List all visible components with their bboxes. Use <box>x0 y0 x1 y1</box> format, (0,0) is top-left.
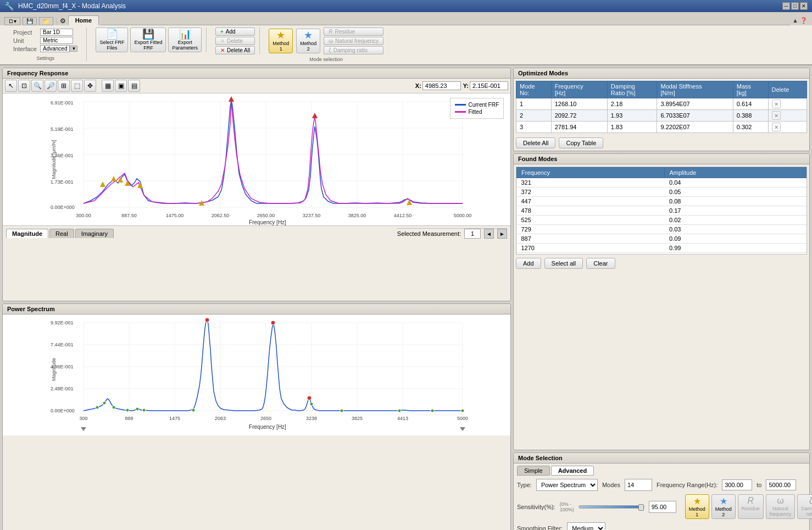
cell-stiffness: 3.8954E07 <box>657 98 733 110</box>
pan-tool[interactable]: ✥ <box>84 80 96 92</box>
list-item[interactable]: 525 0.02 <box>517 216 807 225</box>
svg-text:1.73E-001: 1.73E-001 <box>51 179 74 185</box>
svg-point-69 <box>192 408 195 412</box>
list-item[interactable]: 478 0.17 <box>517 206 807 216</box>
delete-all-modes-button[interactable]: Delete All <box>516 137 555 148</box>
ribbon-tab-bar: 🗋▾ 💾 📁 | ⚙ Home ▲ ❓ <box>0 12 812 25</box>
chart-type-tool2[interactable]: ▣ <box>115 80 127 92</box>
smoothing-select[interactable]: Medium Low High <box>567 522 605 530</box>
select-frf-button[interactable]: 📄 Select FRFFiles <box>96 27 128 52</box>
list-item[interactable]: 321 0.04 <box>517 178 807 187</box>
quick-open-button[interactable]: 📁 <box>39 17 53 25</box>
cell-mass: 0.302 <box>733 122 768 133</box>
chart-type-tool1[interactable]: ▦ <box>102 80 114 92</box>
tab-imaginary[interactable]: Imaginary <box>75 229 114 238</box>
freq-range-to[interactable] <box>766 479 796 490</box>
interface-dropdown[interactable]: Advanced ▼ <box>40 45 77 52</box>
damping-ms-button[interactable]: ζ Dampingratio <box>797 494 812 519</box>
minimize-button[interactable]: ─ <box>782 2 790 10</box>
quick-access-button[interactable]: 🗋▾ <box>4 17 20 25</box>
cell-mass: 0.388 <box>733 110 768 122</box>
delete-row-3[interactable]: ✕ <box>772 123 781 131</box>
list-item[interactable]: 447 0.08 <box>517 197 807 206</box>
list-item[interactable]: 1422 0.04 <box>517 253 807 255</box>
export-fitted-label: Export FittedFRF <box>134 40 162 51</box>
modes-table: ModeNo: Frequency[Hz] DampingRatio [%] M… <box>516 81 807 133</box>
cursor-tool[interactable]: ↖ <box>5 80 17 92</box>
list-item[interactable]: 729 0.03 <box>517 225 807 234</box>
method2-button[interactable]: ★ Method2 <box>711 494 736 519</box>
optimized-modes-panel: Optimized Modes ModeNo: Frequency[Hz] Da… <box>513 68 810 151</box>
list-item[interactable]: 1270 0.99 <box>517 244 807 253</box>
zoom-region-tool[interactable]: ⬚ <box>71 80 83 92</box>
zoom-out-tool[interactable]: 🔎 <box>45 80 57 92</box>
damping-ratio-label: Damping ratio <box>333 47 368 53</box>
maximize-button[interactable]: □ <box>791 2 799 10</box>
method2-ribbon-button[interactable]: ★ Method2 <box>296 29 320 53</box>
cell-frequency: 2092.72 <box>551 110 607 122</box>
tab-magnitude[interactable]: Magnitude <box>6 229 48 238</box>
measurement-input[interactable] <box>464 229 481 239</box>
natural-freq-ms-icon: ω <box>777 496 784 506</box>
damping-ms-icon: ζ <box>809 496 812 506</box>
add-found-button[interactable]: Add <box>516 258 541 269</box>
found-modes-table: Frequency Amplitude 321 0.04 372 0 <box>516 167 807 255</box>
copy-table-button[interactable]: Copy Table <box>559 137 603 148</box>
delete-button[interactable]: ✕ Delete <box>215 37 255 45</box>
svg-point-74 <box>461 409 464 412</box>
window-controls: ─ □ ✕ <box>782 2 808 10</box>
tab-simple[interactable]: Simple <box>517 466 550 476</box>
natural-freq-button[interactable]: ω Natural frequency <box>324 37 383 45</box>
freq-range-from[interactable] <box>722 479 752 490</box>
method1-button[interactable]: ★ Method1 <box>685 494 709 519</box>
project-label: Project <box>13 29 38 36</box>
measurement-next[interactable]: ► <box>497 229 507 239</box>
quick-save-button[interactable]: 💾 <box>23 17 37 25</box>
delete-row-2[interactable]: ✕ <box>772 111 781 120</box>
select-all-button[interactable]: Select all <box>544 258 583 269</box>
export-params-button[interactable]: 📊 ExportParameters <box>168 27 202 52</box>
found-freq: 478 <box>517 206 665 216</box>
y-coord-box: Y: 2.15E-001 <box>463 81 508 90</box>
method2-ribbon-icon: ★ <box>304 30 313 40</box>
natural-freq-ms-button[interactable]: ω Naturalfrequency <box>766 494 796 519</box>
zoom-in-tool[interactable]: 🔍 <box>31 80 43 92</box>
damping-ratio-button[interactable]: ζ Damping ratio <box>324 46 383 54</box>
sensitivity-slider-container[interactable] <box>579 505 644 509</box>
zoom-fit-tool[interactable]: ⊞ <box>58 80 70 92</box>
measurement-prev[interactable]: ◄ <box>484 229 494 239</box>
modes-input[interactable] <box>625 479 652 491</box>
residue-label: Residue <box>335 29 355 35</box>
svg-text:5.19E-001: 5.19E-001 <box>51 126 74 132</box>
sensitivity-slider-track <box>579 505 644 509</box>
tab-real[interactable]: Real <box>49 229 74 238</box>
delete-row-1[interactable]: ✕ <box>772 100 781 108</box>
clear-button[interactable]: Clear <box>586 258 615 269</box>
type-select[interactable]: Power Spectrum <box>536 479 598 491</box>
edit-section: + Add ✕ Delete ✕ Delete All <box>211 27 260 54</box>
delete-all-button[interactable]: ✕ Delete All <box>215 46 255 54</box>
sensitivity-slider-thumb[interactable] <box>638 504 644 511</box>
col-damping: DampingRatio [%] <box>607 81 657 98</box>
sensitivity-value-input[interactable] <box>649 501 676 513</box>
list-item[interactable]: 372 0.05 <box>517 187 807 197</box>
smoothing-label: Smoothing Filter: <box>517 525 563 530</box>
residue-button[interactable]: R Residue <box>324 27 383 36</box>
list-item[interactable]: 887 0.09 <box>517 234 807 244</box>
ribbon-tab-home[interactable]: Home <box>68 15 99 25</box>
tab-advanced[interactable]: Advanced <box>551 466 594 476</box>
select-tool[interactable]: ⊡ <box>18 80 30 92</box>
method1-ribbon-button[interactable]: ★ Method1 <box>269 29 293 53</box>
interface-arrow-icon[interactable]: ▼ <box>70 46 77 52</box>
close-button[interactable]: ✕ <box>800 2 808 10</box>
mode-section-label: Mode selection <box>309 57 343 62</box>
legend-current-frf-label: Current FRF <box>468 102 499 108</box>
add-button[interactable]: + Add <box>215 27 255 36</box>
add-delete-buttons: + Add ✕ Delete ✕ Delete All <box>215 27 255 54</box>
cell-frequency: 1268.10 <box>551 98 607 110</box>
found-col-amplitude: Amplitude <box>665 168 807 178</box>
chart-type-tool3[interactable]: ▤ <box>128 80 140 92</box>
cell-mode-no: 1 <box>516 98 552 110</box>
residue-ms-button[interactable]: R Residue <box>738 494 764 519</box>
export-fitted-button[interactable]: 💾 Export FittedFRF <box>130 27 166 52</box>
